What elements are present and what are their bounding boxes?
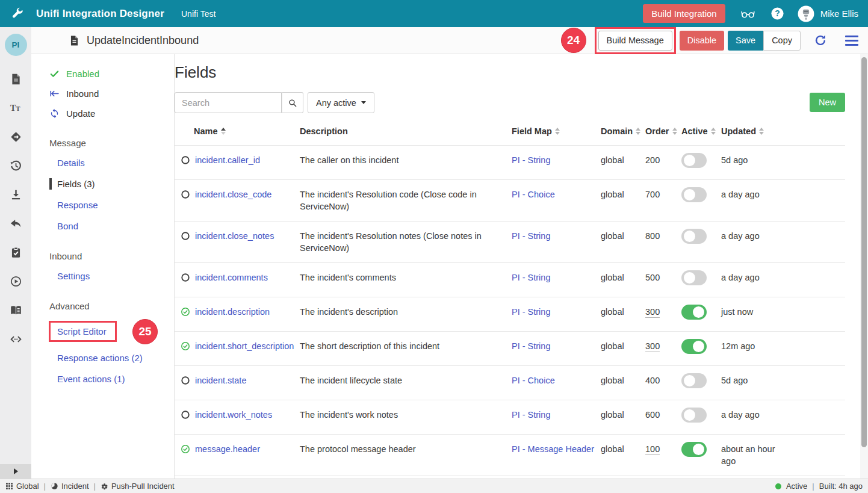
field-name-link[interactable]: incident.short_description [195, 341, 294, 351]
main-content: Fields Any active New NameDescriptionFie… [175, 54, 868, 479]
nav-item-response-actions-2[interactable]: Response actions (2) [31, 347, 174, 368]
field-map-link[interactable]: PI - String [512, 231, 550, 241]
active-toggle[interactable] [681, 339, 707, 354]
nav-item-label: Details [57, 158, 85, 168]
column-label: Name [194, 126, 218, 136]
field-map-link[interactable]: PI - Choice [512, 376, 555, 385]
field-name-link[interactable]: incident.description [195, 307, 270, 317]
active-toggle[interactable] [681, 442, 707, 457]
column-header-domain[interactable]: Domain [601, 126, 645, 136]
active-toggle[interactable] [681, 373, 707, 388]
column-header-name[interactable]: Name [181, 126, 300, 136]
active-toggle[interactable] [681, 229, 707, 244]
table-row: incident.work_notesThe incident's work n… [175, 400, 845, 435]
glasses-icon[interactable] [739, 7, 757, 20]
column-label: Domain [601, 126, 633, 136]
field-map-link[interactable]: PI - String [512, 341, 550, 351]
check-circle-icon [181, 341, 190, 354]
sort-carets-icon [555, 128, 560, 135]
updated-cell: about an hour ago [721, 443, 789, 467]
message-toolbar: UpdateIncidentInbound 24 Build Message D… [31, 27, 868, 54]
order-value[interactable]: 300 [645, 307, 660, 318]
active-toggle[interactable] [681, 270, 707, 285]
build-integration-button[interactable]: Build Integration [643, 4, 725, 23]
workspace-name[interactable]: Unifi Test [181, 9, 215, 19]
column-label: Updated [721, 126, 756, 136]
active-toggle[interactable] [681, 187, 707, 202]
directions-icon[interactable] [10, 131, 22, 143]
nav-item-bond[interactable]: Bond [31, 215, 174, 237]
column-header-field-map[interactable]: Field Map [512, 126, 601, 136]
help-icon[interactable]: ? [770, 7, 784, 20]
download-icon[interactable] [10, 188, 22, 201]
domain-cell: global [601, 230, 645, 242]
column-header-updated[interactable]: Updated [721, 126, 789, 136]
column-header-order[interactable]: Order [645, 126, 681, 136]
field-map-link[interactable]: PI - String [512, 273, 550, 282]
field-map-link[interactable]: PI - String [512, 307, 550, 317]
side-navigation: Enabled Inbound Update MessageDetailsFie… [31, 54, 175, 479]
active-toggle[interactable] [681, 153, 707, 168]
circle-outline-icon [181, 376, 190, 388]
circle-outline-icon [181, 190, 190, 202]
tasks-icon[interactable] [10, 246, 22, 259]
active-toggle[interactable] [681, 408, 707, 423]
process-item[interactable]: Incident [51, 482, 89, 491]
play-circle-icon[interactable] [10, 275, 22, 288]
updated-cell: just now [721, 306, 789, 318]
field-name-link[interactable]: incident.close_notes [195, 231, 274, 241]
refresh-icon[interactable] [814, 34, 827, 47]
nav-item-settings[interactable]: Settings [31, 265, 174, 287]
user-avatar-icon[interactable] [798, 5, 814, 22]
integration-item[interactable]: Push-Pull Incident [101, 482, 175, 491]
file-document-icon[interactable] [10, 73, 22, 85]
nav-item-response[interactable]: Response [31, 194, 174, 215]
nav-item-fields-3[interactable]: Fields (3) [31, 173, 174, 194]
field-name-link[interactable]: incident.caller_id [195, 155, 260, 165]
menu-icon[interactable] [845, 36, 858, 46]
copy-button[interactable]: Copy [763, 31, 801, 51]
history-icon[interactable] [10, 160, 22, 172]
field-name-link[interactable]: incident.work_notes [195, 410, 272, 420]
process-label: Incident [61, 482, 89, 491]
user-name[interactable]: Mike Ellis [820, 8, 858, 19]
search-input[interactable] [175, 92, 282, 113]
table-row: incident.stateThe incident lifecycle sta… [175, 366, 845, 400]
field-map-cell: PI - String [512, 271, 601, 284]
integration-avatar[interactable]: PI [5, 34, 27, 56]
scrollbar-thumb[interactable] [861, 57, 867, 447]
code-icon[interactable] [10, 333, 22, 346]
field-name-link[interactable]: message.header [195, 444, 260, 454]
nav-item-details[interactable]: Details [31, 152, 174, 173]
field-name-link[interactable]: incident.close_code [195, 190, 271, 199]
nav-item-script-editor[interactable]: Script Editor25 [31, 315, 174, 347]
active-filter-dropdown[interactable]: Any active [308, 92, 374, 113]
field-name-link[interactable]: incident.state [195, 376, 246, 385]
field-map-link[interactable]: PI - String [512, 155, 550, 165]
search-button[interactable] [282, 92, 303, 113]
field-map-link[interactable]: PI - Choice [512, 190, 555, 199]
field-map-cell: PI - String [512, 154, 601, 166]
field-map-link[interactable]: PI - Message Header [512, 444, 594, 454]
new-button[interactable]: New [810, 93, 845, 112]
active-toggle[interactable] [681, 305, 707, 320]
order-value[interactable]: 100 [645, 444, 660, 455]
book-icon[interactable] [10, 304, 22, 317]
order-value[interactable]: 300 [645, 341, 660, 352]
table-row: incident.caller_idThe caller on this inc… [175, 146, 845, 180]
field-name-link[interactable]: incident.comments [195, 273, 268, 282]
wrench-icon [11, 7, 24, 20]
column-header-active[interactable]: Active [681, 126, 721, 136]
nav-item-event-actions-1[interactable]: Event actions (1) [31, 368, 174, 389]
field-map-link[interactable]: PI - String [512, 410, 550, 420]
column-label: Active [681, 126, 708, 136]
reply-icon[interactable] [10, 217, 22, 230]
disable-button[interactable]: Disable [680, 31, 724, 51]
status-bar: Global | Incident | Push-Pull Incident A… [0, 479, 868, 493]
column-header-description[interactable]: Description [300, 126, 512, 136]
build-message-button[interactable]: Build Message [598, 31, 672, 51]
typography-icon[interactable]: TT [10, 102, 22, 114]
expand-panel-button[interactable] [0, 464, 31, 479]
save-button[interactable]: Save [728, 31, 763, 51]
scope-item[interactable]: Global [5, 482, 39, 491]
